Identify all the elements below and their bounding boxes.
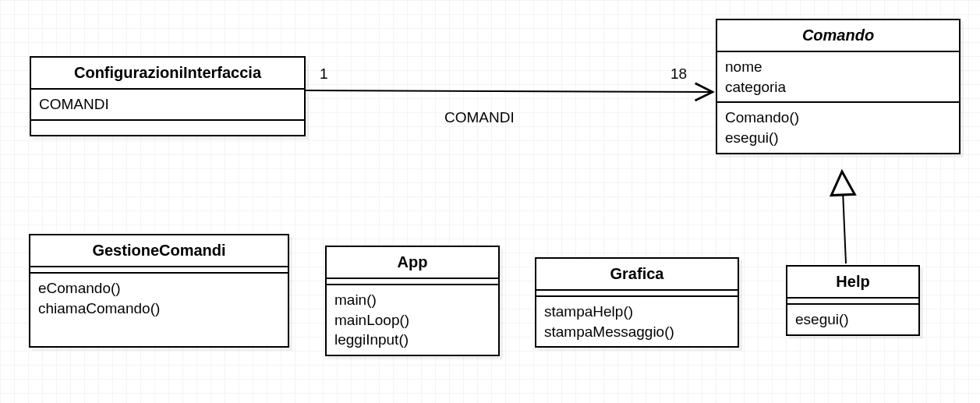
- class-ops: eComando() chiamaComando(): [30, 274, 288, 346]
- class-name: GestioneComandi: [30, 235, 288, 267]
- op: eComando(): [38, 278, 280, 299]
- class-name: Grafica: [536, 259, 738, 291]
- class-attrs: [327, 279, 498, 285]
- class-name: ConfigurazioniInterfaccia: [31, 58, 304, 90]
- class-name: Help: [787, 267, 918, 299]
- class-ops: esegui(): [787, 305, 918, 334]
- class-ops: stampaHelp() stampaMessaggio(): [536, 297, 738, 346]
- class-attrs: [30, 267, 288, 274]
- op: main(): [334, 290, 490, 310]
- class-attrs: [536, 291, 738, 297]
- class-help: Help esegui(): [786, 265, 920, 336]
- attr: categoria: [725, 77, 951, 97]
- op: stampaMessaggio(): [544, 322, 730, 342]
- class-name: App: [327, 247, 498, 279]
- class-ops: Comando() esegui(): [717, 103, 959, 152]
- attr: nome: [725, 57, 951, 77]
- op: Comando(): [725, 108, 951, 128]
- op: chiamaComando(): [38, 299, 280, 319]
- assoc-mult-target: 18: [670, 65, 687, 83]
- attr: COMANDI: [39, 94, 296, 115]
- class-name: Comando: [717, 20, 959, 52]
- class-gestione-comandi: GestioneComandi eComando() chiamaComando…: [29, 234, 289, 348]
- class-attrs: nome categoria: [717, 52, 959, 103]
- op: leggiInput(): [334, 330, 490, 350]
- class-ops: [31, 121, 304, 135]
- class-comando: Comando nome categoria Comando() esegui(…: [716, 19, 961, 154]
- class-attrs: COMANDI: [31, 90, 304, 121]
- gen-help-comando-line: [842, 171, 846, 263]
- op: stampaHelp(): [544, 302, 730, 322]
- op: mainLoop(): [334, 310, 490, 331]
- op: esegui(): [725, 128, 951, 148]
- class-app: App main() mainLoop() leggiInput(): [325, 246, 500, 356]
- class-ops: main() mainLoop() leggiInput(): [327, 285, 498, 355]
- class-attrs: [787, 299, 918, 305]
- assoc-mult-source: 1: [320, 65, 328, 83]
- assoc-comandi-line: [306, 90, 713, 92]
- assoc-label: COMANDI: [444, 109, 515, 126]
- class-configurazioni-interfaccia: ConfigurazioniInterfaccia COMANDI: [30, 56, 306, 136]
- class-grafica: Grafica stampaHelp() stampaMessaggio(): [535, 257, 739, 348]
- op: esegui(): [795, 309, 911, 330]
